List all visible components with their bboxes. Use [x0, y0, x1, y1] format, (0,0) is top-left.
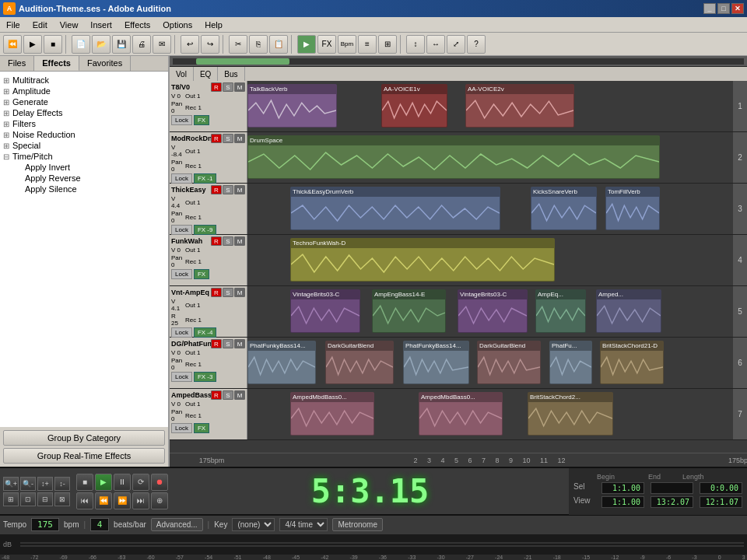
pause-button[interactable]: ⏸: [114, 474, 131, 491]
toolbar-btn-3[interactable]: ■: [44, 35, 62, 54]
lock-btn-4[interactable]: Lock: [171, 269, 192, 279]
clip-brit-stack[interactable]: BritStackChord21-D: [600, 341, 664, 384]
clip-amped-bass2[interactable]: AmpedMbdBass0...: [419, 392, 503, 436]
track-solo-btn-1[interactable]: S: [223, 82, 233, 92]
toolbar-paste[interactable]: 📋: [269, 35, 288, 54]
play-button[interactable]: ▶: [95, 474, 112, 491]
sync-button[interactable]: ⊕: [151, 492, 168, 509]
toolbar-copy[interactable]: ⎘: [249, 35, 268, 54]
toolbar-redo[interactable]: ↪: [201, 35, 219, 54]
group-category-button[interactable]: Group By Category: [3, 430, 165, 446]
beats-value[interactable]: 4: [90, 518, 109, 531]
toolbar-btn-9[interactable]: ↔: [426, 35, 445, 54]
track-record-btn-4[interactable]: R: [211, 236, 222, 246]
sel-length-value[interactable]: 0:0.00: [700, 482, 742, 494]
zoom-custom1-btn[interactable]: ⊟: [37, 492, 53, 506]
toolbar-btn-5[interactable]: ✉: [153, 35, 171, 54]
toolbar-btn-1[interactable]: ⏪: [3, 35, 22, 54]
group-realtime-button[interactable]: Group Real-Time Effects: [3, 448, 165, 464]
advanced-btn[interactable]: Advanced...: [151, 518, 203, 531]
clip-vintage2[interactable]: VintageBrits03-C: [458, 289, 528, 333]
clip-talkback[interactable]: TalkBackVerb: [247, 84, 337, 128]
clip-technofunk[interactable]: TechnoFunkWah-D: [290, 238, 555, 282]
minimize-button[interactable]: _: [703, 3, 716, 14]
menu-insert[interactable]: Insert: [87, 19, 115, 31]
ctrl-tab-eq[interactable]: EQ: [194, 67, 218, 81]
toolbar-open[interactable]: 📂: [92, 35, 110, 54]
lock-btn-3[interactable]: Lock: [171, 225, 192, 235]
view-length-value[interactable]: 12:1.07: [700, 496, 742, 508]
clip-brit-stack2[interactable]: BritStackChord2...: [528, 392, 613, 436]
track-mute-btn-7[interactable]: M: [234, 390, 245, 400]
track-mute-btn-4[interactable]: M: [234, 236, 245, 246]
toolbar-btn-fx[interactable]: FX: [317, 35, 336, 54]
view-begin-value[interactable]: 1:1.00: [601, 496, 644, 508]
menu-effects[interactable]: Effects: [121, 19, 153, 31]
toolbar-btn-mix[interactable]: ▶: [297, 35, 316, 54]
tree-item-multitrack[interactable]: ⊞ Multitrack: [3, 75, 165, 86]
tree-item-amplitude[interactable]: ⊞ Amplitude: [3, 86, 165, 96]
tree-item-generate[interactable]: ⊞ Generate: [3, 96, 165, 107]
sel-begin-value[interactable]: 1:1.00: [601, 482, 644, 494]
track-record-btn-2[interactable]: R: [211, 134, 222, 143]
menu-file[interactable]: File: [3, 19, 23, 31]
fx-btn-4[interactable]: FX: [194, 269, 209, 279]
zoom-in-v-btn[interactable]: ↕+: [37, 477, 53, 491]
toolbar-save[interactable]: 💾: [112, 35, 131, 54]
fast-forward-button[interactable]: ⏩: [114, 492, 131, 509]
track-mute-btn-6[interactable]: M: [234, 339, 245, 348]
zoom-out-v-btn[interactable]: ↕-: [54, 477, 70, 491]
track-mute-btn-5[interactable]: M: [234, 288, 245, 297]
tree-item-special[interactable]: ⊞ Special: [3, 140, 165, 151]
ctrl-tab-bus[interactable]: Bus: [218, 67, 244, 81]
zoom-custom2-btn[interactable]: ⊠: [54, 492, 70, 506]
menu-options[interactable]: Options: [160, 19, 195, 31]
lock-btn-1[interactable]: Lock: [171, 115, 192, 125]
key-select[interactable]: (none): [232, 518, 275, 531]
tab-effects[interactable]: Effects: [34, 56, 79, 71]
lock-btn-2[interactable]: Lock: [171, 173, 192, 184]
fx-btn-3[interactable]: FX -9: [194, 225, 217, 235]
zoom-all-btn[interactable]: ⊞: [3, 492, 19, 506]
toolbar-btn-8[interactable]: ↕: [406, 35, 425, 54]
close-button[interactable]: ✕: [731, 3, 744, 14]
track-solo-btn-5[interactable]: S: [223, 288, 233, 297]
track-solo-btn-2[interactable]: S: [223, 134, 233, 143]
zoom-in-h-btn[interactable]: 🔍+: [3, 477, 19, 491]
clip-drumspace[interactable]: DrumSpace: [247, 135, 660, 179]
tree-item-delay-effects[interactable]: ⊞ Delay Effects: [3, 107, 165, 118]
top-scrollbar[interactable]: [170, 56, 747, 67]
view-end-value[interactable]: 13:2.07: [651, 496, 693, 508]
stop-button[interactable]: ■: [76, 474, 93, 491]
scroll-thumb[interactable]: [196, 58, 289, 65]
toolbar-btn-7[interactable]: ⊞: [378, 35, 397, 54]
track-solo-btn-3[interactable]: S: [223, 185, 233, 194]
track-solo-btn-4[interactable]: S: [223, 236, 233, 246]
zoom-out-h-btn[interactable]: 🔍-: [20, 477, 36, 491]
clip-amped-bass1[interactable]: AmpedMbdBass0...: [290, 392, 374, 436]
clip-voice2[interactable]: AA-VOICE2v: [465, 84, 574, 128]
clip-tom-fill[interactable]: TomFillVerb: [605, 187, 660, 230]
loop-button[interactable]: ⟳: [132, 474, 149, 491]
track-record-btn-5[interactable]: R: [211, 288, 222, 297]
menu-help[interactable]: Help: [202, 19, 226, 31]
maximize-button[interactable]: □: [717, 3, 730, 14]
toolbar-btn-11[interactable]: ?: [467, 35, 486, 54]
clip-dark2[interactable]: DarkGuitarBlend: [477, 341, 541, 384]
tempo-value[interactable]: 175: [31, 518, 59, 531]
tab-files[interactable]: Files: [0, 56, 34, 71]
track-record-btn-3[interactable]: R: [211, 185, 222, 194]
clip-voice1[interactable]: AA-VOICE1v: [381, 84, 447, 128]
track-mute-btn-1[interactable]: M: [234, 82, 245, 92]
toolbar-new[interactable]: 📄: [72, 35, 90, 54]
rewind-button[interactable]: ⏪: [95, 492, 112, 509]
tab-favorites[interactable]: Favorites: [79, 56, 131, 71]
clip-vintage1[interactable]: VintageBrits03-C: [290, 289, 360, 333]
tree-item-time-pitch[interactable]: ⊟ Time/Pitch: [3, 151, 165, 162]
toolbar-btn-bpm[interactable]: Bpm: [338, 35, 356, 54]
toolbar-btn-10[interactable]: ⤢: [447, 35, 465, 54]
toolbar-btn-4[interactable]: 🖨: [132, 35, 151, 54]
clip-kicks-snare[interactable]: KicksSnareVerb: [531, 187, 597, 230]
go-start-button[interactable]: ⏮: [76, 492, 93, 509]
fx-btn-7[interactable]: FX: [194, 423, 209, 433]
